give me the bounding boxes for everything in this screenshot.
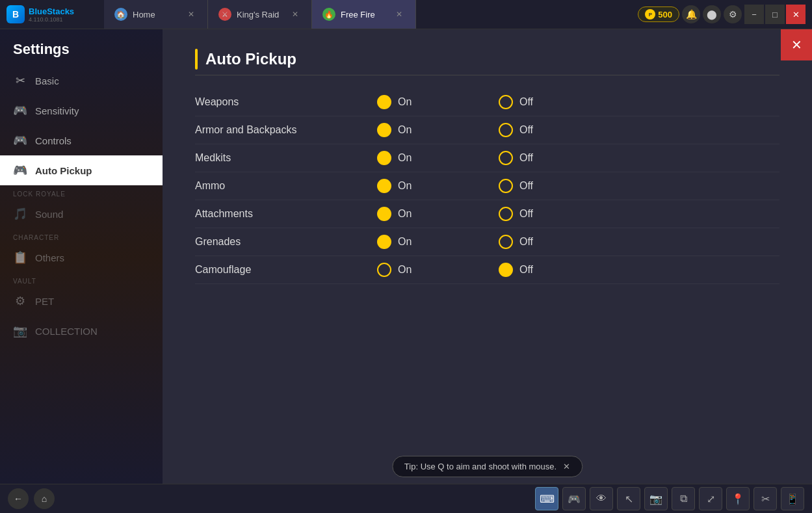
sidebar-item-others[interactable]: 📋 Others: [0, 243, 163, 272]
sidebar-item-controls[interactable]: 🎮 Controls: [0, 125, 163, 155]
row-label-ammo: Ammo: [195, 180, 377, 192]
tip-close-button[interactable]: ✕: [563, 462, 570, 471]
tab-kings-raid-close[interactable]: ✕: [289, 8, 301, 20]
main-layout: Settings ✂ Basic 🎮 Sensitivity 🎮 Control…: [0, 29, 812, 484]
radio-on-label-attachments: On: [398, 208, 421, 220]
sidebar-basic-label: Basic: [35, 75, 59, 86]
copy-icon: ⧉: [680, 493, 687, 505]
settings-row-attachments: Attachments On Off: [195, 200, 779, 228]
radio-on-ammo[interactable]: On: [377, 179, 421, 193]
sidebar-item-sound[interactable]: 🎵 Sound: [0, 199, 163, 229]
radio-off-label-camouflage: Off: [519, 264, 542, 276]
radio-on-medkits[interactable]: On: [377, 151, 421, 165]
controls-icon: 🎮: [13, 133, 27, 148]
tip-bar: Tip: Use Q to aim and shoot with mouse. …: [392, 456, 583, 477]
free-fire-icon: 🔥: [322, 8, 335, 21]
home-button[interactable]: ⌂: [34, 488, 55, 509]
settings-button[interactable]: ⚙: [724, 5, 742, 23]
phone-icon: 📱: [786, 493, 799, 505]
radio-off-armor[interactable]: Off: [499, 123, 542, 137]
radio-off-circle-armor: [499, 123, 513, 137]
coins-badge: P 500: [638, 7, 679, 22]
radio-on-weapons[interactable]: On: [377, 95, 421, 109]
radio-off-circle-weapons: [499, 95, 513, 109]
scissors-icon: ✂: [761, 493, 770, 505]
radio-off-label-medkits: Off: [519, 152, 542, 164]
radio-off-circle-medkits: [499, 151, 513, 165]
radio-on-circle-attachments: [377, 207, 391, 221]
tab-kings-raid[interactable]: ⚔ King's Raid ✕: [208, 0, 312, 29]
radio-on-circle-camouflage: [377, 263, 391, 277]
sidebar: Settings ✂ Basic 🎮 Sensitivity 🎮 Control…: [0, 29, 163, 484]
section-header: Auto Pickup: [195, 49, 779, 70]
radio-on-grenades[interactable]: On: [377, 235, 421, 249]
radio-off-medkits[interactable]: Off: [499, 151, 542, 165]
sidebar-item-auto-pickup[interactable]: 🎮 Auto Pickup: [0, 155, 163, 185]
minimize-button[interactable]: −: [744, 5, 764, 24]
radio-on-label-grenades: On: [398, 236, 421, 248]
sidebar-pet-label: PET: [35, 296, 54, 307]
tool-scissors-button[interactable]: ✂: [753, 487, 777, 510]
radio-on-attachments[interactable]: On: [377, 207, 421, 221]
coin-icon: P: [645, 9, 655, 20]
radio-off-label-ammo: Off: [519, 180, 542, 192]
radio-off-attachments[interactable]: Off: [499, 207, 542, 221]
radio-off-circle-attachments: [499, 207, 513, 221]
camera-button[interactable]: ⬤: [703, 5, 721, 23]
radio-off-circle-camouflage: [499, 263, 513, 277]
tab-free-fire[interactable]: 🔥 Free Fire ✕: [312, 0, 416, 29]
logo-text: BlueStacks 4.110.0.1081: [29, 7, 74, 23]
sidebar-item-sensitivity[interactable]: 🎮 Sensitivity: [0, 96, 163, 125]
tool-controller-button[interactable]: 🎮: [562, 487, 586, 510]
tab-home[interactable]: 🏠 Home ✕: [104, 0, 208, 29]
bottom-nav: ← ⌂: [8, 488, 55, 509]
close-window-button[interactable]: ✕: [786, 5, 805, 24]
radio-off-grenades[interactable]: Off: [499, 235, 542, 249]
radio-off-label-grenades: Off: [519, 236, 542, 248]
sidebar-item-collection[interactable]: 📷 COLLECTION: [0, 316, 163, 346]
radio-on-armor[interactable]: On: [377, 123, 421, 137]
sidebar-item-pet[interactable]: ⚙ PET: [0, 286, 163, 316]
tool-eye-button[interactable]: 👁: [590, 487, 613, 510]
tool-expand-button[interactable]: ⤢: [699, 487, 722, 510]
others-icon: 📋: [13, 250, 27, 265]
sound-icon: 🎵: [13, 207, 27, 221]
controller-icon: 🎮: [568, 493, 581, 505]
radio-group-armor: On Off: [377, 123, 542, 137]
radio-on-circle-weapons: [377, 95, 391, 109]
camera-icon: 📷: [649, 493, 662, 505]
radio-off-weapons[interactable]: Off: [499, 95, 542, 109]
notification-button[interactable]: 🔔: [682, 5, 700, 23]
tab-free-fire-close[interactable]: ✕: [393, 8, 405, 20]
character-label: CHARACTER: [0, 229, 163, 243]
radio-on-camouflage[interactable]: On: [377, 263, 421, 277]
sidebar-item-basic[interactable]: ✂ Basic: [0, 66, 163, 96]
basic-icon: ✂: [13, 73, 27, 88]
sidebar-others-label: Others: [35, 252, 64, 263]
settings-row-weapons: Weapons On Off: [195, 88, 779, 116]
maximize-button[interactable]: □: [765, 5, 785, 24]
content-close-button[interactable]: ✕: [781, 29, 812, 60]
radio-off-camouflage[interactable]: Off: [499, 263, 542, 277]
settings-table: Weapons On Off Armor and Backpacks On Of…: [195, 88, 779, 284]
tool-copy-button[interactable]: ⧉: [672, 487, 695, 510]
tool-camera-button[interactable]: 📷: [644, 487, 668, 510]
tool-location-button[interactable]: 📍: [726, 487, 750, 510]
settings-row-ammo: Ammo On Off: [195, 172, 779, 200]
radio-off-ammo[interactable]: Off: [499, 179, 542, 193]
bottom-bar: ← ⌂ ⌨🎮👁↖📷⧉⤢📍✂📱: [0, 484, 812, 513]
row-label-medkits: Medkits: [195, 152, 377, 164]
tool-keyboard-button[interactable]: ⌨: [535, 487, 558, 510]
auto-pickup-icon: 🎮: [13, 163, 27, 178]
coins-amount: 500: [658, 10, 672, 20]
radio-off-circle-grenades: [499, 235, 513, 249]
back-button[interactable]: ←: [8, 488, 29, 509]
expand-icon: ⤢: [707, 493, 715, 505]
close-icon: ✕: [791, 37, 802, 53]
tool-cursor-button[interactable]: ↖: [617, 487, 640, 510]
row-label-armor: Armor and Backpacks: [195, 124, 377, 136]
pet-icon: ⚙: [13, 294, 27, 308]
eye-icon: 👁: [596, 493, 607, 505]
tool-phone-button[interactable]: 📱: [781, 487, 804, 510]
tab-home-close[interactable]: ✕: [185, 8, 197, 20]
